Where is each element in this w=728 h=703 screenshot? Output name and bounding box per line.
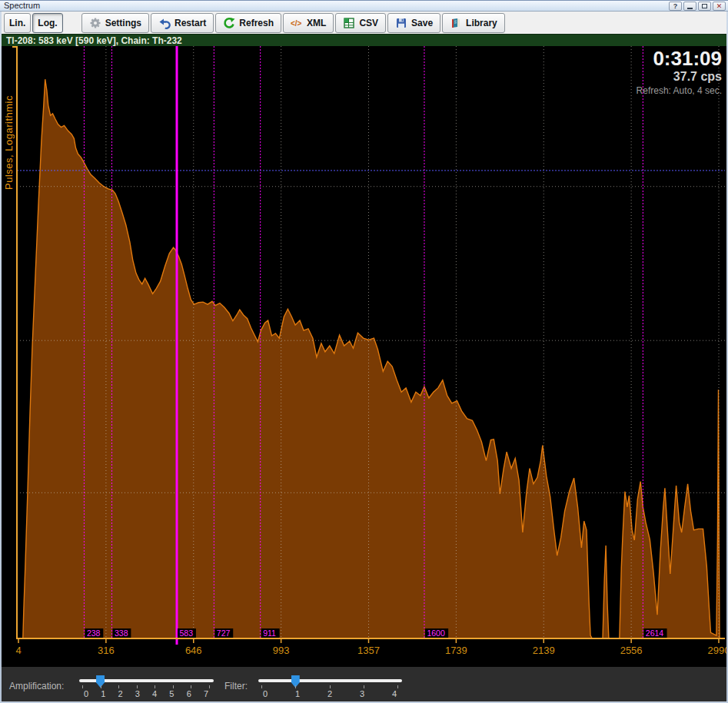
marker-label-583[interactable]: 583	[180, 628, 194, 638]
spectrum-window: Spectrum ? ✕ Lin. Log. Settings	[0, 0, 728, 703]
help-button[interactable]: ?	[669, 2, 682, 11]
settings-label: Settings	[105, 18, 141, 28]
csv-label: CSV	[359, 18, 378, 28]
save-button[interactable]: Save	[387, 13, 440, 33]
slider-tick-label: 4	[391, 689, 398, 698]
window-controls: ? ✕	[669, 2, 726, 11]
restart-button[interactable]: Restart	[151, 13, 214, 33]
book-icon	[450, 17, 462, 29]
window-title: Spectrum	[0, 1, 40, 11]
restore-icon	[702, 4, 707, 8]
elapsed-time: 0:31:09	[637, 48, 722, 69]
controls-panel: Amplification: 01234567 Filter: 01234	[2, 667, 726, 701]
gear-icon	[89, 17, 101, 29]
x-tick-label: 993	[273, 645, 290, 656]
marker-label-238[interactable]: 238	[87, 628, 101, 638]
amplification-slider[interactable]: 01234567	[79, 667, 214, 701]
slider-tick-label: 4	[151, 689, 158, 698]
x-tick-label: 4	[15, 645, 21, 656]
restart-label: Restart	[175, 18, 206, 28]
refresh-button[interactable]: Refresh	[215, 13, 281, 33]
x-tick-label: 2990	[708, 645, 726, 656]
amplification-label: Amplification:	[9, 681, 64, 691]
svg-text:</>: </>	[291, 19, 302, 28]
slider-tick-label: 7	[202, 689, 210, 698]
floppy-icon	[395, 17, 407, 29]
filter-slider[interactable]: 01234	[258, 667, 402, 701]
minimize-icon	[687, 8, 693, 9]
status-bar: Tl-208: 583 keV [590 keV], Chain: Th-232	[2, 34, 726, 46]
filter-tick-marks	[261, 685, 398, 688]
count-rate: 37.7 cps	[637, 69, 722, 85]
undo-arrow-icon	[158, 17, 171, 29]
slider-tick-label: 6	[185, 689, 193, 698]
restore-button[interactable]	[698, 2, 711, 11]
marker-label-1600[interactable]: 1600	[427, 628, 445, 638]
spreadsheet-icon	[343, 17, 355, 29]
x-tick-label: 316	[98, 645, 115, 656]
marker-label-911[interactable]: 911	[263, 628, 276, 638]
window-titlebar: Spectrum ? ✕	[0, 0, 728, 12]
filter-tick-labels: 01234	[261, 689, 398, 698]
x-tick-label: 1739	[445, 645, 467, 656]
nuclide-status-text: Tl-208: 583 keV [590 keV], Chain: Th-232	[2, 35, 182, 46]
settings-button[interactable]: Settings	[81, 13, 149, 33]
log-scale-button[interactable]: Log.	[32, 13, 62, 33]
slider-tick-label: 1	[99, 689, 107, 698]
code-icon: </>	[291, 17, 303, 29]
xml-label: XML	[307, 18, 326, 28]
x-tick-label: 2556	[620, 645, 643, 656]
filter-label: Filter:	[224, 681, 248, 691]
marker-label-727[interactable]: 727	[217, 628, 231, 638]
slider-tick-label: 0	[82, 689, 90, 698]
spectrum-area	[23, 79, 720, 638]
window-border-left	[0, 12, 2, 701]
library-button[interactable]: Library	[442, 13, 505, 33]
marker-label-338[interactable]: 338	[115, 628, 128, 638]
slider-tick-label: 3	[134, 689, 141, 698]
library-label: Library	[466, 18, 497, 28]
slider-tick-label: 3	[358, 689, 366, 698]
spectrum-chart[interactable]: 2383385837279111600261443166469931357173…	[2, 46, 726, 667]
marker-label-2614[interactable]: 2614	[646, 628, 664, 638]
acquisition-info: 0:31:09 37.7 cps Refresh: Auto, 4 sec.	[637, 48, 722, 97]
slider-tick-label: 1	[294, 689, 301, 698]
refresh-label: Refresh	[239, 18, 274, 28]
minimize-button[interactable]	[683, 2, 696, 11]
x-tick-label: 2139	[533, 645, 555, 656]
filter-slider-track[interactable]	[258, 679, 402, 682]
slider-tick-label: 2	[326, 689, 334, 698]
refresh-mode: Refresh: Auto, 4 sec.	[637, 85, 722, 97]
toolbar: Lin. Log. Settings Restart	[2, 12, 726, 34]
refresh-arrow-icon	[223, 17, 235, 29]
x-tick-label: 646	[185, 645, 202, 656]
slider-tick-label: 2	[117, 689, 125, 698]
save-label: Save	[411, 18, 433, 28]
csv-button[interactable]: CSV	[335, 13, 386, 33]
x-tick-label: 1357	[357, 645, 380, 656]
y-axis-label: Pulses, Logarithmic	[3, 95, 15, 190]
slider-tick-label: 0	[261, 689, 269, 698]
amplification-tick-marks	[82, 685, 210, 688]
close-button[interactable]: ✕	[713, 2, 726, 11]
slider-tick-label: 5	[168, 689, 175, 698]
xml-button[interactable]: </> XML	[283, 13, 334, 33]
linear-scale-button[interactable]: Lin.	[4, 13, 31, 33]
amplification-tick-labels: 01234567	[82, 689, 210, 698]
spectrum-plot[interactable]: 2383385837279111600261443166469931357173…	[2, 46, 726, 667]
